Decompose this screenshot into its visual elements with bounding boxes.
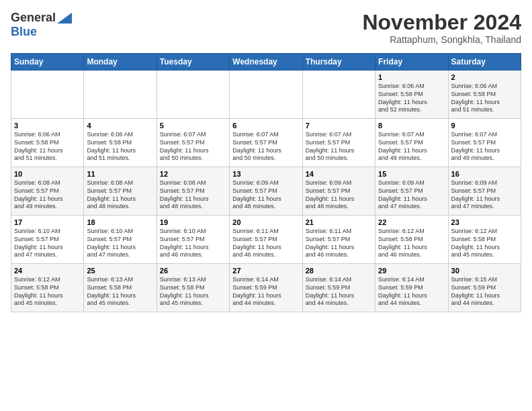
svg-marker-0 (57, 13, 72, 24)
calendar-cell: 17Sunrise: 6:10 AM Sunset: 5:57 PM Dayli… (11, 216, 84, 264)
logo-icon (57, 13, 72, 24)
calendar-cell: 21Sunrise: 6:11 AM Sunset: 5:57 PM Dayli… (302, 216, 375, 264)
calendar-cell: 11Sunrise: 6:08 AM Sunset: 5:57 PM Dayli… (84, 167, 157, 216)
calendar-cell: 8Sunrise: 6:07 AM Sunset: 5:57 PM Daylig… (375, 119, 448, 167)
day-number: 24 (14, 267, 81, 275)
calendar-cell: 15Sunrise: 6:09 AM Sunset: 5:57 PM Dayli… (375, 167, 448, 216)
day-number: 21 (306, 218, 372, 226)
day-info: Sunrise: 6:09 AM Sunset: 5:57 PM Dayligh… (232, 179, 299, 211)
day-info: Sunrise: 6:07 AM Sunset: 5:57 PM Dayligh… (306, 131, 372, 163)
day-info: Sunrise: 6:06 AM Sunset: 5:58 PM Dayligh… (378, 83, 445, 114)
calendar-cell: 24Sunrise: 6:12 AM Sunset: 5:58 PM Dayli… (11, 264, 84, 312)
day-number: 16 (451, 170, 518, 178)
day-info: Sunrise: 6:14 AM Sunset: 5:59 PM Dayligh… (232, 276, 299, 308)
week-row-2: 3Sunrise: 6:06 AM Sunset: 5:58 PM Daylig… (11, 119, 521, 167)
calendar-cell: 4Sunrise: 6:06 AM Sunset: 5:58 PM Daylig… (84, 119, 157, 167)
day-info: Sunrise: 6:07 AM Sunset: 5:57 PM Dayligh… (232, 131, 299, 163)
calendar-cell: 5Sunrise: 6:07 AM Sunset: 5:57 PM Daylig… (157, 119, 229, 167)
location: Rattaphum, Songkhla, Thailand (362, 34, 521, 45)
calendar-cell: 20Sunrise: 6:11 AM Sunset: 5:57 PM Dayli… (230, 216, 302, 264)
day-info: Sunrise: 6:13 AM Sunset: 5:58 PM Dayligh… (160, 276, 226, 308)
day-number: 26 (160, 267, 226, 275)
day-number: 25 (87, 267, 153, 275)
day-number: 9 (451, 122, 518, 130)
day-number: 17 (14, 218, 81, 226)
page-header: General Blue November 2024 Rattaphum, So… (11, 11, 521, 45)
day-info: Sunrise: 6:14 AM Sunset: 5:59 PM Dayligh… (306, 276, 372, 308)
logo-blue: Blue (11, 25, 37, 39)
day-number: 7 (306, 122, 372, 130)
day-number: 5 (160, 122, 226, 130)
calendar-cell: 18Sunrise: 6:10 AM Sunset: 5:57 PM Dayli… (84, 216, 157, 264)
day-info: Sunrise: 6:13 AM Sunset: 5:58 PM Dayligh… (87, 276, 153, 308)
calendar-cell: 22Sunrise: 6:12 AM Sunset: 5:58 PM Dayli… (375, 216, 448, 264)
day-info: Sunrise: 6:15 AM Sunset: 5:59 PM Dayligh… (451, 276, 518, 308)
day-number: 29 (378, 267, 445, 275)
day-info: Sunrise: 6:10 AM Sunset: 5:57 PM Dayligh… (160, 228, 226, 259)
day-info: Sunrise: 6:12 AM Sunset: 5:58 PM Dayligh… (14, 276, 81, 308)
day-info: Sunrise: 6:08 AM Sunset: 5:57 PM Dayligh… (87, 179, 153, 211)
calendar-cell: 13Sunrise: 6:09 AM Sunset: 5:57 PM Dayli… (230, 167, 302, 216)
day-info: Sunrise: 6:06 AM Sunset: 5:58 PM Dayligh… (451, 83, 518, 114)
day-number: 2 (451, 73, 518, 81)
day-info: Sunrise: 6:09 AM Sunset: 5:57 PM Dayligh… (378, 179, 445, 211)
day-header-monday: Monday (84, 54, 157, 71)
calendar-cell (230, 71, 302, 119)
calendar-cell: 16Sunrise: 6:09 AM Sunset: 5:57 PM Dayli… (448, 167, 521, 216)
day-number: 18 (87, 218, 153, 226)
day-number: 1 (378, 73, 445, 81)
day-info: Sunrise: 6:14 AM Sunset: 5:59 PM Dayligh… (378, 276, 445, 308)
calendar-cell: 30Sunrise: 6:15 AM Sunset: 5:59 PM Dayli… (448, 264, 521, 312)
day-number: 8 (378, 122, 445, 130)
day-number: 14 (306, 170, 372, 178)
day-number: 3 (14, 122, 81, 130)
calendar-cell (84, 71, 157, 119)
calendar-cell: 6Sunrise: 6:07 AM Sunset: 5:57 PM Daylig… (230, 119, 302, 167)
calendar-cell: 28Sunrise: 6:14 AM Sunset: 5:59 PM Dayli… (302, 264, 375, 312)
calendar-cell (157, 71, 229, 119)
day-info: Sunrise: 6:07 AM Sunset: 5:57 PM Dayligh… (378, 131, 445, 163)
day-number: 22 (378, 218, 445, 226)
calendar-cell: 1Sunrise: 6:06 AM Sunset: 5:58 PM Daylig… (375, 71, 448, 119)
calendar-cell: 9Sunrise: 6:07 AM Sunset: 5:57 PM Daylig… (448, 119, 521, 167)
calendar-cell: 23Sunrise: 6:12 AM Sunset: 5:58 PM Dayli… (448, 216, 521, 264)
day-number: 15 (378, 170, 445, 178)
day-number: 11 (87, 170, 153, 178)
calendar-cell: 27Sunrise: 6:14 AM Sunset: 5:59 PM Dayli… (230, 264, 302, 312)
day-number: 10 (14, 170, 81, 178)
day-info: Sunrise: 6:12 AM Sunset: 5:58 PM Dayligh… (451, 228, 518, 259)
day-info: Sunrise: 6:08 AM Sunset: 5:57 PM Dayligh… (160, 179, 226, 211)
day-info: Sunrise: 6:07 AM Sunset: 5:57 PM Dayligh… (160, 131, 226, 163)
day-number: 6 (232, 122, 299, 130)
logo-general: General (11, 11, 56, 25)
day-header-friday: Friday (375, 54, 448, 71)
logo: General Blue (11, 11, 72, 39)
day-number: 4 (87, 122, 153, 130)
day-header-sunday: Sunday (11, 54, 84, 71)
day-info: Sunrise: 6:11 AM Sunset: 5:57 PM Dayligh… (306, 228, 372, 259)
day-number: 12 (160, 170, 226, 178)
day-info: Sunrise: 6:09 AM Sunset: 5:57 PM Dayligh… (306, 179, 372, 211)
day-info: Sunrise: 6:10 AM Sunset: 5:57 PM Dayligh… (87, 228, 153, 259)
calendar-cell (302, 71, 375, 119)
day-number: 28 (306, 267, 372, 275)
month-title: November 2024 (362, 11, 521, 34)
week-row-1: 1Sunrise: 6:06 AM Sunset: 5:58 PM Daylig… (11, 71, 521, 119)
day-info: Sunrise: 6:12 AM Sunset: 5:58 PM Dayligh… (378, 228, 445, 259)
day-info: Sunrise: 6:06 AM Sunset: 5:58 PM Dayligh… (14, 131, 81, 163)
calendar-cell: 29Sunrise: 6:14 AM Sunset: 5:59 PM Dayli… (375, 264, 448, 312)
day-info: Sunrise: 6:07 AM Sunset: 5:57 PM Dayligh… (451, 131, 518, 163)
week-row-4: 17Sunrise: 6:10 AM Sunset: 5:57 PM Dayli… (11, 216, 521, 264)
week-row-5: 24Sunrise: 6:12 AM Sunset: 5:58 PM Dayli… (11, 264, 521, 312)
day-number: 19 (160, 218, 226, 226)
day-info: Sunrise: 6:08 AM Sunset: 5:57 PM Dayligh… (14, 179, 81, 211)
day-header-saturday: Saturday (448, 54, 521, 71)
calendar-cell: 2Sunrise: 6:06 AM Sunset: 5:58 PM Daylig… (448, 71, 521, 119)
day-info: Sunrise: 6:11 AM Sunset: 5:57 PM Dayligh… (232, 228, 299, 259)
calendar-cell: 3Sunrise: 6:06 AM Sunset: 5:58 PM Daylig… (11, 119, 84, 167)
day-number: 27 (232, 267, 299, 275)
day-info: Sunrise: 6:06 AM Sunset: 5:58 PM Dayligh… (87, 131, 153, 163)
calendar-cell: 7Sunrise: 6:07 AM Sunset: 5:57 PM Daylig… (302, 119, 375, 167)
day-number: 23 (451, 218, 518, 226)
day-header-wednesday: Wednesday (230, 54, 302, 71)
